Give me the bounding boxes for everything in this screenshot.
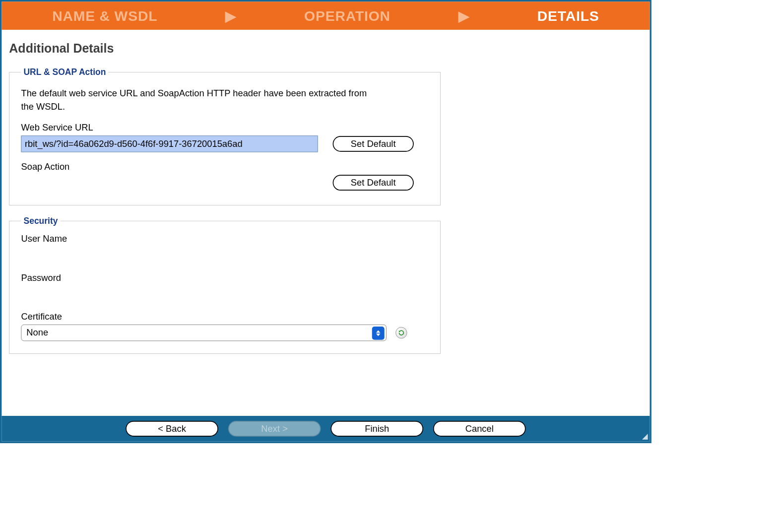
updown-arrows-icon bbox=[372, 327, 385, 340]
soap-action-set-default-button[interactable]: Set Default bbox=[333, 175, 414, 191]
certificate-value: None bbox=[26, 328, 48, 338]
resize-grip-icon[interactable]: ◢ bbox=[642, 432, 648, 441]
chevron-right-icon: ▶ bbox=[458, 7, 469, 24]
url-soap-legend: URL & SOAP Action bbox=[21, 67, 108, 77]
refresh-icon bbox=[398, 330, 404, 336]
wizard-stepper: NAME & WSDL ▶ OPERATION ▶ DETAILS bbox=[1, 1, 650, 30]
password-label: Password bbox=[21, 272, 428, 283]
content-area: Additional Details URL & SOAP Action The… bbox=[1, 30, 650, 416]
certificate-refresh-button[interactable] bbox=[395, 327, 407, 338]
finish-button[interactable]: Finish bbox=[330, 421, 423, 437]
security-legend: Security bbox=[21, 216, 60, 226]
back-button[interactable]: < Back bbox=[126, 421, 218, 437]
soap-action-label: Soap Action bbox=[21, 161, 428, 172]
wizard-footer: < Back Next > Finish Cancel ◢ bbox=[1, 416, 650, 442]
security-group: Security User Name Password Certificate … bbox=[9, 216, 441, 353]
web-service-url-label: Web Service URL bbox=[21, 122, 428, 133]
step-name-wsdl[interactable]: NAME & WSDL bbox=[52, 7, 157, 23]
certificate-label: Certificate bbox=[21, 311, 428, 322]
web-service-url-set-default-button[interactable]: Set Default bbox=[333, 136, 414, 152]
user-name-input[interactable] bbox=[21, 247, 415, 263]
web-service-url-input[interactable] bbox=[21, 135, 318, 152]
password-input[interactable] bbox=[21, 285, 415, 302]
page-title: Additional Details bbox=[9, 41, 642, 55]
next-button: Next > bbox=[228, 421, 321, 437]
web-service-url-row: Set Default bbox=[21, 135, 428, 152]
url-soap-description: The default web service URL and SoapActi… bbox=[21, 87, 368, 113]
certificate-row: None bbox=[21, 325, 428, 341]
chevron-right-icon: ▶ bbox=[225, 7, 236, 24]
wizard-window: NAME & WSDL ▶ OPERATION ▶ DETAILS Additi… bbox=[0, 0, 652, 443]
url-soap-group: URL & SOAP Action The default web servic… bbox=[9, 67, 441, 205]
cancel-button[interactable]: Cancel bbox=[433, 421, 526, 437]
step-operation[interactable]: OPERATION bbox=[304, 7, 391, 23]
user-name-label: User Name bbox=[21, 233, 428, 244]
soap-action-row: Set Default bbox=[21, 174, 428, 191]
soap-action-input[interactable] bbox=[21, 174, 318, 191]
step-details[interactable]: DETAILS bbox=[537, 7, 599, 23]
certificate-select[interactable]: None bbox=[21, 325, 386, 341]
